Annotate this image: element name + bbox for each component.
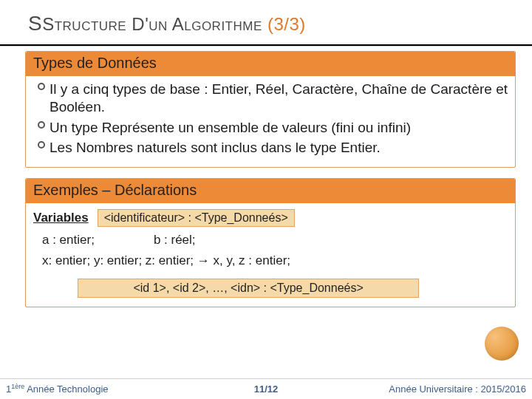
panel-examples: Exemples – Déclarations Variables <ident…	[25, 178, 516, 307]
slide-title: SStructure D'un Algorithme (3/3)	[28, 12, 532, 35]
ring-bullet-icon	[33, 139, 50, 149]
ring-bullet-icon	[33, 81, 50, 90]
decl-b: b : réel;	[154, 233, 196, 248]
decl-line: x: entier; y: entier; z: entier; → x, y,…	[42, 253, 290, 267]
panel-types-heading: Types de Données	[26, 52, 515, 76]
ring-bullet-icon	[33, 119, 50, 129]
slide-title-area: SStructure D'un Algorithme (3/3)	[0, 0, 532, 41]
bullet-text: Les Nombres naturels sont inclus dans le…	[50, 139, 508, 157]
syntax-identifier-box: <identificateur> : <Type_Donneés>	[98, 209, 295, 227]
panel-types: Types de Données Il y a cinq types de ba…	[25, 51, 516, 168]
variables-label: Variables	[33, 211, 89, 225]
decl-a: a : entier;	[42, 233, 95, 248]
panel-examples-heading: Exemples – Déclarations	[26, 179, 515, 203]
footer-right: Année Universitaire : 2015/2016	[352, 383, 526, 395]
title-word-1: Structure	[42, 14, 126, 34]
bullet-item: Un type Représente un ensemble de valeur…	[33, 119, 508, 137]
footer-page-number: 11/12	[180, 383, 353, 395]
bullet-item: Les Nombres naturels sont inclus dans le…	[33, 139, 508, 157]
slide-footer: 11ère Année Technologie 11/12 Année Univ…	[0, 378, 532, 399]
footer-left: 11ère Année Technologie	[6, 383, 180, 395]
decorative-orb-icon	[485, 327, 519, 361]
bullet-text: Il y a cinq types de base : Entier, Réel…	[50, 81, 508, 116]
bullet-text: Un type Représente un ensemble de valeur…	[50, 119, 508, 137]
syntax-multi-id-box: <id 1>, <id 2>, …, <idn> : <Type_Donneés…	[78, 279, 419, 298]
page-fraction: (3/3)	[267, 14, 306, 34]
bullet-item: Il y a cinq types de base : Entier, Réel…	[33, 81, 508, 116]
